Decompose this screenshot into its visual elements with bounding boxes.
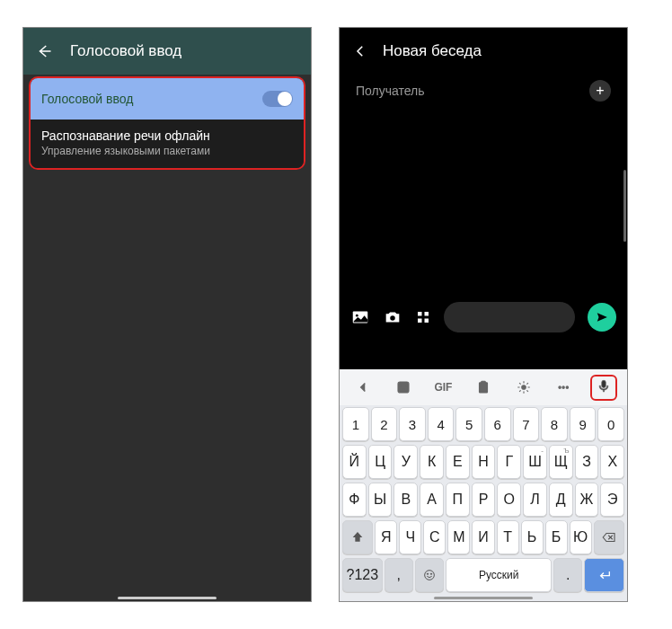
offline-subtitle: Управление языковыми пакетами: [41, 145, 293, 157]
key-4[interactable]: 4: [428, 407, 455, 441]
key-mode[interactable]: ?123: [342, 558, 383, 592]
key-И[interactable]: И: [472, 520, 494, 554]
key-5[interactable]: 5: [455, 407, 482, 441]
kb-row-1: ЙЦУКЕНГШ-ЩЪЗХ: [340, 443, 627, 481]
voice-input-row[interactable]: Голосовой ввод: [31, 78, 304, 120]
key-К[interactable]: К: [420, 445, 444, 479]
key-С[interactable]: С: [423, 520, 446, 554]
send-button[interactable]: [588, 303, 616, 332]
recipient-placeholder: Получатель: [356, 84, 425, 98]
key-А[interactable]: А: [420, 483, 444, 517]
key-П[interactable]: П: [446, 483, 470, 517]
key-Ы[interactable]: Ы: [368, 483, 393, 517]
compose-bar: [340, 302, 627, 332]
svg-point-12: [521, 385, 526, 390]
svg-rect-10: [480, 383, 488, 393]
svg-rect-6: [425, 319, 429, 323]
mic-button-highlight[interactable]: [585, 375, 622, 401]
key-Э[interactable]: Э: [600, 483, 624, 517]
key-Й[interactable]: Й: [342, 445, 367, 479]
key-Щ[interactable]: ЩЪ: [549, 445, 573, 479]
send-icon: [596, 311, 608, 323]
key-Ж[interactable]: Ж: [575, 483, 599, 517]
highlighted-settings: Голосовой ввод Распознавание речи офлайн…: [29, 76, 305, 170]
phone-messaging: Новая беседа Получатель + GIF ••• 123456…: [339, 27, 628, 602]
key-В[interactable]: В: [393, 483, 418, 517]
key-О[interactable]: О: [497, 483, 521, 517]
key-3[interactable]: 3: [399, 407, 426, 441]
keyboard-toolbar: GIF •••: [340, 369, 627, 405]
recipient-row[interactable]: Получатель +: [340, 75, 627, 109]
nav-handle[interactable]: [118, 597, 217, 599]
voice-input-toggle[interactable]: [262, 91, 293, 107]
phone-settings: Голосовой ввод Голосовой ввод Распознава…: [22, 27, 312, 602]
add-recipient-button[interactable]: +: [589, 80, 611, 102]
svg-rect-5: [418, 319, 422, 323]
page-title: Голосовой ввод: [70, 42, 181, 60]
clipboard-icon[interactable]: [465, 379, 502, 395]
key-У[interactable]: У: [393, 445, 418, 479]
key-Ч[interactable]: Ч: [399, 520, 421, 554]
svg-rect-3: [418, 312, 422, 316]
svg-rect-4: [425, 312, 429, 316]
key-Ф[interactable]: Ф: [342, 483, 367, 517]
svg-point-9: [404, 385, 406, 387]
key-Е[interactable]: Е: [446, 445, 470, 479]
apps-icon[interactable]: [415, 309, 431, 325]
svg-point-2: [390, 315, 395, 321]
key-9[interactable]: 9: [570, 407, 597, 441]
key-period[interactable]: .: [553, 558, 582, 592]
conversation-title: Новая беседа: [383, 42, 482, 60]
kb-row-3: ЯЧСМИТЬБЮ: [340, 518, 627, 556]
key-6[interactable]: 6: [484, 407, 511, 441]
key-Ю[interactable]: Ю: [570, 520, 592, 554]
key-М[interactable]: М: [447, 520, 470, 554]
key-Ц[interactable]: Ц: [368, 445, 393, 479]
key-Л[interactable]: Л: [523, 483, 547, 517]
keyboard: GIF ••• 1234567890 ЙЦУКЕНГШ-ЩЪЗХ ФЫВАПРО…: [340, 369, 627, 601]
svg-point-13: [425, 571, 435, 580]
key-space[interactable]: Русский: [446, 558, 552, 592]
key-Ь[interactable]: Ь: [521, 520, 544, 554]
key-backspace[interactable]: [594, 520, 624, 554]
image-icon[interactable]: [350, 307, 370, 327]
key-1[interactable]: 1: [342, 407, 369, 441]
more-dots[interactable]: •••: [545, 381, 582, 394]
key-Я[interactable]: Я: [375, 520, 397, 554]
sticker-icon[interactable]: [385, 379, 422, 395]
key-З[interactable]: З: [575, 445, 599, 479]
key-Н[interactable]: Н: [472, 445, 496, 479]
key-enter[interactable]: [584, 558, 624, 592]
back-chevron-icon[interactable]: [352, 43, 368, 59]
svg-point-1: [356, 314, 358, 317]
app-bar: Голосовой ввод: [23, 28, 311, 75]
key-comma[interactable]: ,: [385, 558, 413, 592]
key-0[interactable]: 0: [597, 407, 624, 441]
key-7[interactable]: 7: [513, 407, 540, 441]
key-Т[interactable]: Т: [497, 520, 519, 554]
key-emoji[interactable]: [415, 558, 444, 592]
back-arrow-icon[interactable]: [36, 43, 52, 59]
key-Р[interactable]: Р: [472, 483, 496, 517]
nav-handle[interactable]: [434, 597, 533, 599]
key-8[interactable]: 8: [541, 407, 568, 441]
settings-gear-icon[interactable]: [505, 379, 542, 395]
offline-recognition-row[interactable]: Распознавание речи офлайн Управление язы…: [31, 120, 304, 168]
key-2[interactable]: 2: [371, 407, 398, 441]
key-shift[interactable]: [342, 520, 373, 554]
kb-number-row: 1234567890: [340, 405, 627, 443]
offline-title: Распознавание речи офлайн: [41, 128, 293, 143]
key-Б[interactable]: Б: [545, 520, 568, 554]
camera-icon[interactable]: [383, 307, 402, 327]
svg-point-14: [428, 573, 429, 574]
kb-row-2: ФЫВАПРОЛДЖЭ: [340, 481, 627, 518]
conversation-header: Новая беседа: [340, 28, 627, 75]
key-Ш[interactable]: Ш-: [523, 445, 547, 479]
message-input[interactable]: [444, 302, 575, 332]
key-Д[interactable]: Д: [549, 483, 573, 517]
kb-collapse-icon[interactable]: [345, 379, 382, 395]
gif-button[interactable]: GIF: [425, 381, 462, 394]
key-Х[interactable]: Х: [600, 445, 624, 479]
scroll-indicator: [623, 170, 626, 242]
key-Г[interactable]: Г: [497, 445, 521, 479]
